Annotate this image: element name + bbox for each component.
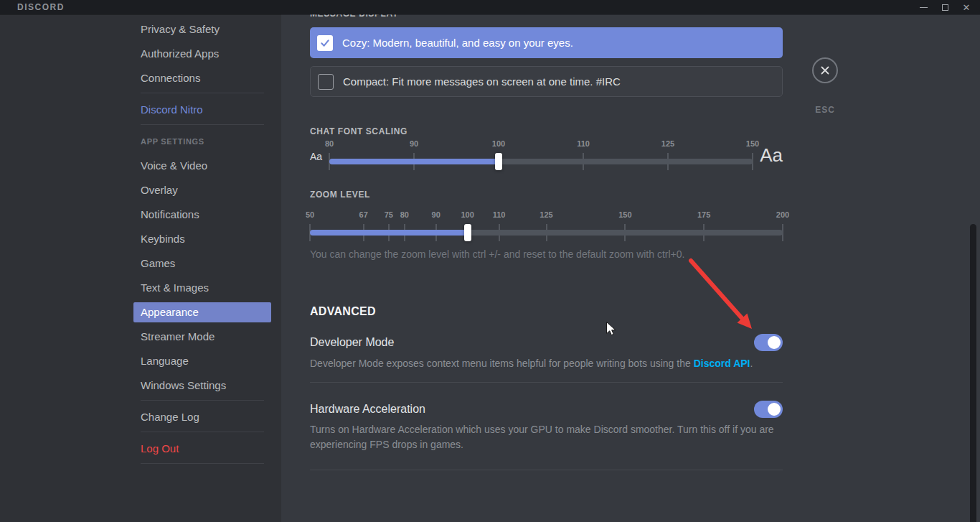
developer-mode-label: Developer Mode	[310, 336, 394, 349]
slider-tick-label: 67	[359, 210, 368, 219]
chat-font-scaling-control: Aa 8090100110125150 Aa	[310, 139, 783, 172]
maximize-button[interactable]	[934, 0, 956, 14]
sidebar-item-language[interactable]: Language	[133, 351, 271, 371]
slider-fill	[310, 230, 468, 236]
close-settings-button[interactable]	[812, 57, 838, 83]
close-window-button[interactable]: ✕	[956, 0, 977, 14]
developer-mode-row: Developer Mode	[310, 334, 783, 351]
sidebar-item-streamer-mode[interactable]: Streamer Mode	[133, 327, 271, 347]
close-window-icon: ✕	[963, 3, 971, 12]
slider-tick-label: 125	[661, 139, 674, 148]
slider-tick-label: 80	[400, 210, 409, 219]
compact-label: Compact: Fit more messages on screen at …	[343, 75, 621, 88]
hardware-acceleration-description: Turns on Hardware Acceleration which use…	[310, 422, 783, 452]
font-preview-large: Aa	[760, 144, 783, 167]
slider-tick-label: 110	[577, 139, 590, 148]
sidebar-header-app-settings: APP SETTINGS	[133, 131, 271, 146]
sidebar-divider	[141, 400, 264, 401]
section-divider	[310, 470, 783, 470]
close-icon	[820, 65, 830, 75]
sidebar-divider	[141, 93, 264, 93]
sidebar-item-notifications[interactable]: Notifications	[133, 205, 271, 225]
slider-tick-label: 125	[540, 210, 552, 219]
developer-mode-toggle[interactable]	[754, 334, 783, 351]
settings-nav: Privacy & SafetyAuthorized AppsConnectio…	[133, 19, 271, 470]
minimize-button[interactable]	[913, 0, 934, 14]
settings-sidebar: Privacy & SafetyAuthorized AppsConnectio…	[0, 0, 281, 522]
sidebar-divider	[141, 463, 264, 464]
maximize-icon	[942, 4, 948, 11]
sidebar-item-authorized-apps[interactable]: Authorized Apps	[133, 44, 271, 64]
discord-api-link[interactable]: Discord API	[694, 358, 750, 369]
zoom-level-header: ZOOM LEVEL	[310, 190, 783, 199]
advanced-header: ADVANCED	[310, 306, 783, 317]
settings-content: MESSAGE DISPLAY Cozy: Modern, beautiful,…	[281, 0, 980, 522]
option-cozy[interactable]: Cozy: Modern, beautiful, and easy on you…	[310, 27, 783, 58]
developer-mode-description: Developer Mode exposes context menu item…	[310, 356, 783, 370]
section-divider	[310, 382, 783, 383]
slider-tick-label: 175	[697, 210, 710, 219]
slider-tick-label: 80	[325, 139, 334, 148]
chat-font-scaling-header: CHAT FONT SCALING	[310, 127, 783, 136]
slider-tick-label: 100	[461, 210, 473, 219]
sidebar-item-change-log[interactable]: Change Log	[133, 407, 271, 427]
esc-label: ESC	[808, 105, 842, 115]
hardware-acceleration-label: Hardware Acceleration	[310, 403, 425, 416]
sidebar-item-log-out[interactable]: Log Out	[133, 439, 271, 459]
content-scrollbar[interactable]	[970, 224, 976, 522]
sidebar-divider	[141, 124, 264, 125]
slider-tick-label: 100	[492, 139, 505, 148]
toggle-knob	[768, 403, 781, 416]
slider-handle[interactable]	[495, 153, 502, 170]
slider-handle[interactable]	[464, 224, 471, 241]
slider-tick-label: 110	[493, 210, 506, 219]
sidebar-item-overlay[interactable]: Overlay	[133, 180, 271, 200]
hardware-acceleration-row: Hardware Acceleration	[310, 401, 783, 418]
zoom-level-slider[interactable]: 5067758090100110125150175200	[310, 210, 783, 243]
minimize-icon	[920, 7, 928, 8]
titlebar: DISCORD ✕	[0, 0, 980, 14]
discord-settings-window: Privacy & SafetyAuthorized AppsConnectio…	[0, 0, 980, 522]
zoom-help-text: You can change the zoom level with ctrl …	[310, 249, 783, 260]
sidebar-item-keybinds[interactable]: Keybinds	[133, 229, 271, 249]
cozy-label: Cozy: Modern, beautiful, and easy on you…	[342, 37, 573, 49]
option-compact[interactable]: Compact: Fit more messages on screen at …	[310, 66, 783, 97]
checkmark-icon	[319, 37, 331, 49]
cozy-checkbox[interactable]	[317, 35, 333, 51]
developer-mode-description-period: .	[750, 358, 753, 369]
slider-fill	[329, 159, 499, 164]
slider-tick-label: 150	[618, 210, 631, 219]
compact-checkbox[interactable]	[318, 74, 334, 90]
sidebar-item-games[interactable]: Games	[133, 253, 271, 274]
hardware-acceleration-toggle[interactable]	[754, 401, 783, 418]
slider-tick-label: 90	[410, 139, 418, 148]
slider-tick-label: 50	[306, 210, 314, 219]
sidebar-item-windows-settings[interactable]: Windows Settings	[133, 376, 271, 396]
sidebar-item-discord-nitro[interactable]: Discord Nitro	[133, 100, 271, 120]
slider-tick-label: 75	[385, 210, 393, 219]
sidebar-item-voice-video[interactable]: Voice & Video	[133, 156, 271, 176]
sidebar-item-text-images[interactable]: Text & Images	[133, 278, 271, 298]
discord-logo: DISCORD	[17, 2, 65, 12]
sidebar-item-connections[interactable]: Connections	[133, 68, 271, 88]
slider-tick-label: 200	[776, 210, 789, 219]
window-controls: ✕	[913, 0, 980, 14]
developer-mode-description-text: Developer Mode exposes context menu item…	[310, 358, 694, 369]
slider-tick-label: 90	[432, 210, 440, 219]
sidebar-divider	[141, 432, 264, 432]
font-preview-small: Aa	[310, 151, 322, 162]
slider-tick-label: 150	[746, 139, 759, 148]
toggle-knob	[768, 336, 781, 349]
sidebar-item-privacy-safety[interactable]: Privacy & Safety	[133, 19, 271, 39]
chat-font-scaling-slider[interactable]: 8090100110125150	[329, 139, 753, 172]
sidebar-item-appearance[interactable]: Appearance	[133, 302, 271, 322]
